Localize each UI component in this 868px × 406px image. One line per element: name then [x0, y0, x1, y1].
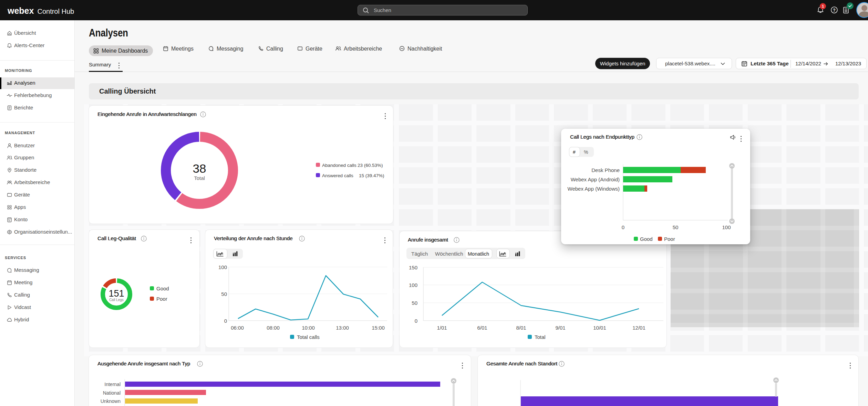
svg-text:?: ? — [833, 8, 835, 13]
